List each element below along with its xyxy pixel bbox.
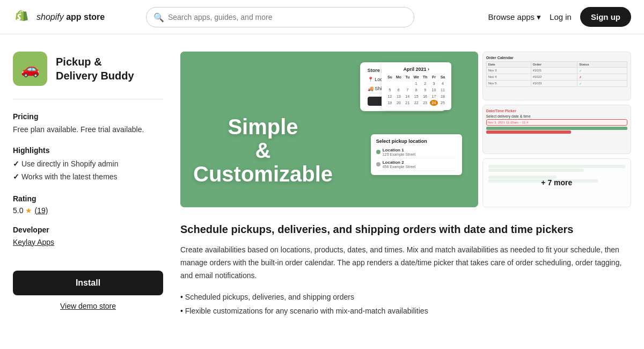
gallery: Store pickup 📍 Local delivery ○ 🚚 Shippi…	[180, 52, 631, 207]
star-icon: ★	[25, 206, 32, 215]
developer-section: Developer Keylay Apps	[13, 226, 163, 247]
rating-label: Rating	[13, 194, 163, 203]
pricing-value: Free plan available. Free trial availabl…	[13, 124, 163, 135]
install-button[interactable]: Install	[13, 271, 163, 295]
app-title: Pickup & Delivery Buddy	[56, 55, 134, 83]
logo[interactable]: shopify app store	[13, 8, 105, 27]
main-screenshot[interactable]: Store pickup 📍 Local delivery ○ 🚚 Shippi…	[180, 52, 478, 207]
rating-section: Rating 5.0 ★ (19)	[13, 194, 163, 215]
search-icon: 🔍	[153, 12, 164, 22]
login-button[interactable]: Log in	[550, 12, 572, 21]
feature-item-1: Scheduled pickups, deliveries, and shipp…	[180, 290, 631, 304]
rating-value: 5.0	[13, 206, 23, 215]
logo-bold: app store	[66, 12, 105, 21]
chevron-down-icon: ▾	[537, 12, 541, 22]
app-heading: Schedule pickups, deliveries, and shippi…	[180, 222, 631, 236]
logo-text: shopify app store	[36, 12, 105, 22]
more-screenshots-badge[interactable]: + 7 more	[483, 159, 631, 207]
rating-count[interactable]: (19)	[34, 206, 48, 215]
pricing-label: Pricing	[13, 112, 163, 121]
thumbnail-more[interactable]: + 7 more	[482, 158, 631, 207]
content-area: Store pickup 📍 Local delivery ○ 🚚 Shippi…	[180, 52, 631, 318]
signup-button[interactable]: Sign up	[580, 7, 631, 27]
thumbnail-1[interactable]: Order Calendar DateOrderStatus Nov 3#102…	[482, 52, 631, 100]
app-icon-emoji: 🚗	[21, 60, 40, 78]
main-screenshot-overlay-text: Simple&Customizable	[193, 115, 333, 186]
feature-list: Scheduled pickups, deliveries, and shipp…	[180, 290, 631, 317]
feature-item-2: Flexible customizations for any scenario…	[180, 304, 631, 318]
app-icon: 🚗	[13, 52, 47, 86]
highlights-list: Use directly in Shopify admin Works with…	[13, 158, 163, 184]
main-content: 🚗 Pickup & Delivery Buddy Pricing Free p…	[0, 34, 644, 335]
developer-label: Developer	[13, 226, 163, 234]
shopify-logo-icon	[13, 8, 32, 27]
header: shopify app store 🔍 Browse apps ▾ Log in…	[0, 0, 644, 34]
highlight-item-1: Use directly in Shopify admin	[13, 158, 163, 171]
search-bar: 🔍	[146, 7, 414, 27]
app-header: 🚗 Pickup & Delivery Buddy	[13, 52, 163, 99]
highlights-label: Highlights	[13, 146, 163, 155]
mock-location-ui: Select pickup location Location 1123 Exa…	[371, 134, 462, 175]
sidebar: 🚗 Pickup & Delivery Buddy Pricing Free p…	[13, 52, 163, 318]
app-description: Schedule pickups, deliveries, and shippi…	[180, 222, 631, 318]
highlight-item-2: Works with the latest themes	[13, 171, 163, 184]
pricing-section: Pricing Free plan available. Free trial …	[13, 112, 163, 135]
view-demo-link[interactable]: View demo store	[13, 302, 163, 310]
app-description-text: Create availabilities based on locations…	[180, 244, 631, 282]
thumbnail-2[interactable]: Date/Time Picker Select delivery date & …	[482, 105, 631, 154]
browse-apps-button[interactable]: Browse apps ▾	[488, 12, 541, 22]
developer-link[interactable]: Keylay Apps	[13, 238, 54, 246]
logo-italic: shopify	[36, 12, 64, 21]
header-nav: Browse apps ▾ Log in Sign up	[488, 7, 631, 27]
search-input[interactable]	[146, 7, 414, 27]
highlights-section: Highlights Use directly in Shopify admin…	[13, 146, 163, 184]
mock-calendar-ui: April 2021 › Su Mo Tu We Th Fr Sa	[382, 62, 451, 110]
rating-row: 5.0 ★ (19)	[13, 206, 163, 215]
